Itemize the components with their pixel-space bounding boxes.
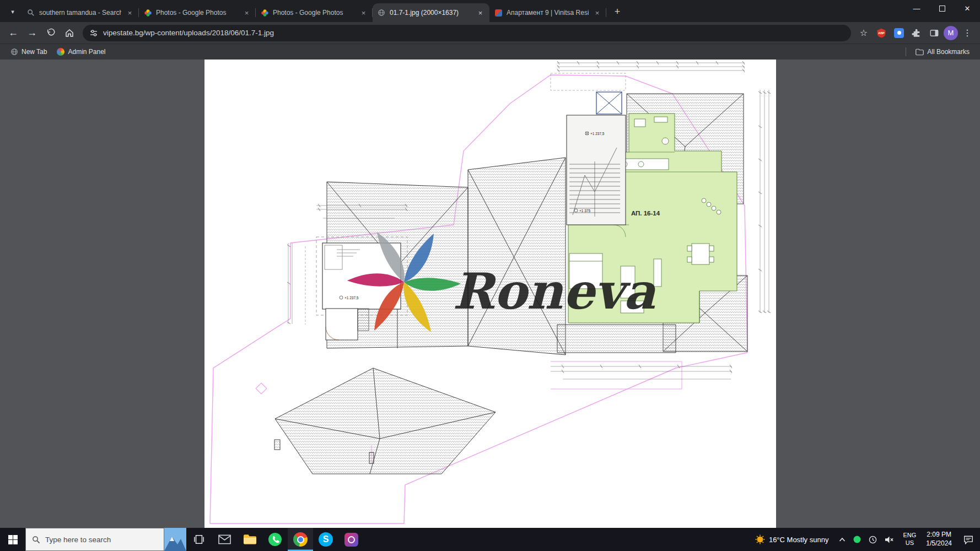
weather-text: 16°C Mostly sunny — [769, 536, 829, 544]
level-label: +1 237,5 — [344, 296, 359, 300]
file-explorer-icon[interactable] — [237, 528, 262, 551]
bookmark-label: All Bookmarks — [927, 48, 970, 56]
window-controls: — ✕ — [904, 0, 980, 17]
lang-region: US — [906, 539, 914, 547]
tab-close-icon[interactable]: × — [242, 8, 251, 18]
search-icon — [32, 536, 40, 544]
bookmark-new-tab[interactable]: New Tab — [6, 46, 52, 58]
blue-extension-icon[interactable] — [891, 25, 907, 41]
extensions-puzzle-icon[interactable] — [908, 25, 925, 41]
tab-close-icon[interactable]: × — [359, 8, 368, 18]
bookmark-star-icon[interactable]: ☆ — [855, 25, 872, 41]
folder-icon — [916, 48, 924, 56]
svg-text:ABP: ABP — [878, 31, 885, 35]
weather-widget[interactable]: 16°C Mostly sunny — [749, 528, 836, 551]
skype-app-icon[interactable]: S — [313, 528, 338, 551]
tray-time: 2:09 PM — [927, 531, 951, 539]
profile-avatar[interactable]: M — [944, 26, 958, 40]
floorplan-image[interactable]: +1 237,5 +1 375 +1 237,5 АП. 16-14 — [204, 60, 776, 528]
bookmark-admin-panel[interactable]: Admin Panel — [52, 46, 110, 58]
apartment-label: АП. 16-14 — [631, 210, 660, 217]
globe-icon — [10, 48, 18, 56]
tab-title: Апартамент 9 | Vinitsa Residen — [507, 9, 589, 17]
bookmark-label: New Tab — [21, 48, 47, 56]
new-tab-button[interactable]: + — [610, 4, 625, 19]
page-content: +1 237,5 +1 375 +1 237,5 АП. 16-14 — [0, 60, 980, 528]
bookmark-label: Admin Panel — [68, 48, 105, 56]
windows-taskbar: Type here to search S 16°C Mo — [0, 528, 980, 551]
tab-1[interactable]: southern tamandua - Search × — [22, 3, 139, 22]
site-info-icon[interactable] — [89, 29, 98, 37]
bookmarks-bar: New Tab Admin Panel All Bookmarks — [0, 44, 980, 60]
start-button[interactable] — [0, 528, 25, 551]
tray-expand-chevron-icon[interactable] — [835, 528, 849, 551]
kebab-menu-icon[interactable]: ⋮ — [959, 25, 976, 41]
sun-icon — [755, 534, 765, 544]
whatsapp-icon[interactable] — [262, 528, 288, 551]
reload-button[interactable] — [42, 24, 60, 42]
action-center-icon[interactable] — [957, 528, 980, 551]
task-view-icon[interactable] — [186, 528, 212, 551]
tab-close-icon[interactable]: × — [125, 8, 134, 18]
address-bar[interactable]: vipestate.bg/wp-content/uploads/2018/06/… — [83, 25, 851, 41]
system-tray: 16°C Mostly sunny ENG US 2:09 PM 1/5/202… — [749, 528, 980, 551]
tray-date: 1/5/2024 — [926, 539, 952, 548]
tray-whatsapp-icon[interactable] — [849, 528, 865, 551]
media-app-icon[interactable] — [338, 528, 364, 551]
tab-close-icon[interactable]: × — [593, 8, 602, 18]
floorplan-sheet: +1 237,5 +1 375 +1 237,5 АП. 16-14 — [204, 60, 776, 528]
volume-mute-icon[interactable] — [881, 528, 898, 551]
tab-3[interactable]: Photos - Google Photos × — [256, 3, 373, 22]
language-indicator[interactable]: ENG US — [898, 528, 921, 551]
adblock-extension-icon[interactable]: ABP — [873, 25, 890, 41]
minimize-button[interactable]: — — [904, 0, 929, 17]
tab-4-active[interactable]: 01.7-1.jpg (2000×1637) × — [373, 3, 489, 22]
tab-title: southern tamandua - Search — [39, 9, 121, 17]
tab-title: Photos - Google Photos — [156, 9, 238, 17]
side-panel-icon[interactable] — [926, 25, 943, 41]
google-photos-icon — [260, 8, 269, 17]
tab-search-chevron-icon[interactable]: ▾ — [6, 4, 20, 19]
level-label: +1 375 — [579, 209, 590, 213]
mail-app-icon[interactable] — [212, 528, 237, 551]
maximize-button[interactable] — [929, 0, 955, 17]
chrome-app-icon[interactable] — [288, 528, 313, 551]
desktop: ▾ southern tamandua - Search × Photos - … — [0, 0, 980, 551]
clock-widget[interactable]: 2:09 PM 1/5/2024 — [921, 528, 957, 551]
site-favicon — [494, 8, 503, 17]
globe-icon — [377, 8, 386, 17]
home-button[interactable] — [61, 24, 78, 42]
admin-panel-favicon — [57, 48, 64, 56]
tab-5[interactable]: Апартамент 9 | Vinitsa Residen × — [489, 3, 606, 22]
watermark-text: Roneva — [453, 262, 656, 320]
news-interests-thumbnail[interactable] — [164, 528, 186, 551]
tab-close-icon[interactable]: × — [476, 8, 485, 18]
bookmarks-separator — [906, 47, 906, 56]
tab-title: 01.7-1.jpg (2000×1637) — [390, 9, 472, 17]
google-photos-icon — [143, 8, 152, 17]
forward-button[interactable]: → — [23, 24, 41, 42]
search-icon — [26, 8, 35, 17]
tab-strip: ▾ southern tamandua - Search × Photos - … — [0, 0, 980, 22]
lang-code: ENG — [903, 532, 916, 539]
all-bookmarks-button[interactable]: All Bookmarks — [911, 46, 974, 58]
url-text: vipestate.bg/wp-content/uploads/2018/06/… — [103, 29, 274, 37]
taskbar-search-box[interactable]: Type here to search — [25, 528, 164, 551]
browser-toolbar: ← → vipestate.bg/wp-content/uploads/2018… — [0, 22, 980, 44]
search-placeholder: Type here to search — [45, 536, 111, 544]
back-button[interactable]: ← — [4, 24, 22, 42]
tab-2[interactable]: Photos - Google Photos × — [139, 3, 256, 22]
tab-title: Photos - Google Photos — [273, 9, 355, 17]
level-label: +1 237,5 — [590, 132, 605, 136]
close-button[interactable]: ✕ — [955, 0, 980, 17]
tray-clock-icon[interactable] — [865, 528, 881, 551]
